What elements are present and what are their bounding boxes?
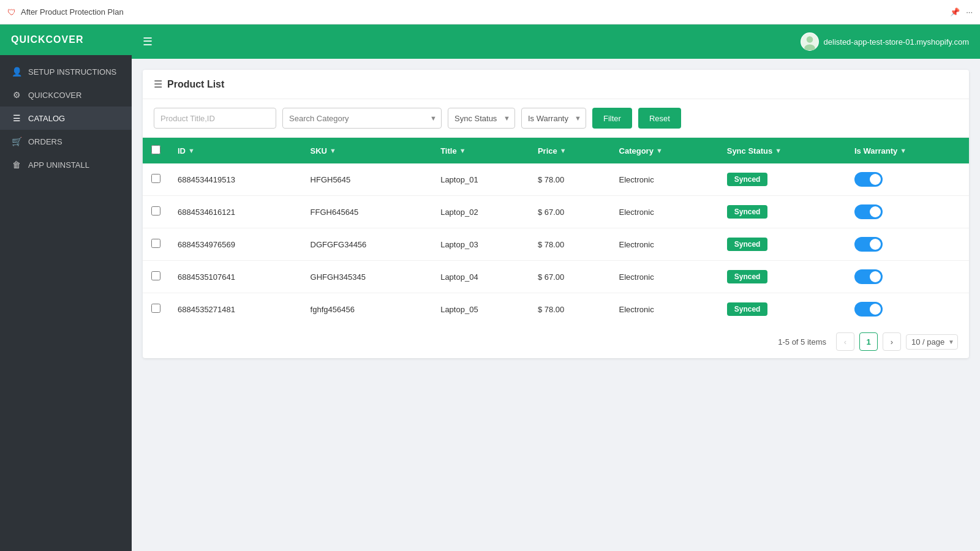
cell-sku: GHFGH345345 <box>302 261 432 293</box>
reset-button[interactable]: Reset <box>638 108 681 129</box>
th-id[interactable]: ID ▼ <box>169 138 302 163</box>
trash-icon: 🗑 <box>11 160 22 170</box>
pin-icon: 📌 <box>950 7 960 17</box>
table-body: 6884534419513 HFGH5645 Laptop_01 $ 78.00… <box>143 163 969 325</box>
warranty-toggle[interactable] <box>854 302 883 317</box>
prev-page-button[interactable]: ‹ <box>836 332 854 351</box>
cell-sync-status: Synced <box>718 293 846 326</box>
cell-category: Electronic <box>611 196 718 228</box>
sidebar-brand: QUICKCOVER <box>0 24 132 55</box>
cell-sku: DGFGFG34456 <box>302 228 432 261</box>
hamburger-icon[interactable]: ☰ <box>143 35 153 48</box>
toggle-slider <box>854 269 883 284</box>
cell-title: Laptop_04 <box>432 261 529 293</box>
select-all-checkbox[interactable] <box>151 145 160 154</box>
product-table: ID ▼ SKU ▼ <box>143 138 969 325</box>
gear-icon: ⚙ <box>11 90 22 100</box>
table-row: 6884534419513 HFGH5645 Laptop_01 $ 78.00… <box>143 163 969 196</box>
filter-bar: ▼ Sync Status Synced Not Synced ▼ Is War… <box>143 99 969 138</box>
warranty-toggle[interactable] <box>854 269 883 284</box>
table-header-row: ID ▼ SKU ▼ <box>143 138 969 163</box>
cell-category: Electronic <box>611 293 718 326</box>
warranty-toggle[interactable] <box>854 237 883 252</box>
sync-status-select[interactable]: Sync Status Synced Not Synced <box>448 108 515 129</box>
sidebar-item-orders[interactable]: 🛒 ORDERS <box>0 130 132 153</box>
cell-id: 6884535271481 <box>169 293 302 326</box>
toggle-slider <box>854 204 883 219</box>
cell-sync-status: Synced <box>718 261 846 293</box>
synced-badge: Synced <box>727 205 768 219</box>
sort-icon: ▼ <box>330 147 336 154</box>
svg-point-1 <box>806 36 813 43</box>
warranty-toggle[interactable] <box>854 172 883 187</box>
row-checkbox[interactable] <box>151 304 160 313</box>
page-title: Product List <box>167 79 224 90</box>
sidebar-item-quickcover[interactable]: ⚙ QUICKCOVER <box>0 83 132 107</box>
row-checkbox-cell <box>143 163 169 196</box>
row-checkbox-cell <box>143 261 169 293</box>
next-page-button[interactable]: › <box>883 332 901 351</box>
page-1-button[interactable]: 1 <box>859 332 878 351</box>
top-bar: 🛡 After Product Protection Plan 📌 ··· <box>0 0 980 24</box>
cell-title: Laptop_03 <box>432 228 529 261</box>
cell-price: $ 78.00 <box>529 293 611 326</box>
warranty-toggle[interactable] <box>854 204 883 219</box>
main-area: ☰ delisted-app-test-store-01.myshopify.c… <box>132 24 980 551</box>
cell-category: Electronic <box>611 261 718 293</box>
panel-list-icon: ☰ <box>154 78 162 90</box>
cell-is-warranty <box>846 293 969 326</box>
cart-icon: 🛒 <box>11 137 22 146</box>
cell-price: $ 67.00 <box>529 261 611 293</box>
app-layout: QUICKCOVER 👤 SETUP INSTRUCTIONS ⚙ QUICKC… <box>0 24 980 551</box>
th-sync-status[interactable]: Sync Status ▼ <box>718 138 846 163</box>
sort-icon: ▼ <box>656 147 663 154</box>
th-price[interactable]: Price ▼ <box>529 138 611 163</box>
sidebar-nav: 👤 SETUP INSTRUCTIONS ⚙ QUICKCOVER ☰ CATA… <box>0 55 132 176</box>
row-checkbox[interactable] <box>151 174 160 183</box>
list-icon: ☰ <box>11 113 22 123</box>
product-list-panel: ☰ Product List ▼ Sync Status Synced <box>143 70 969 358</box>
pagination-info: 1-5 of 5 items <box>778 337 826 347</box>
cell-price: $ 67.00 <box>529 196 611 228</box>
user-store: delisted-app-test-store-01.myshopify.com <box>824 37 969 47</box>
sync-status-wrapper: Sync Status Synced Not Synced ▼ <box>448 108 515 129</box>
user-info: delisted-app-test-store-01.myshopify.com <box>801 32 969 51</box>
cell-category: Electronic <box>611 228 718 261</box>
row-checkbox[interactable] <box>151 271 160 280</box>
select-all-th <box>143 138 169 163</box>
pagination-bar: 1-5 of 5 items ‹ 1 › 10 / page 20 / page… <box>143 325 969 358</box>
row-checkbox[interactable] <box>151 206 160 216</box>
warranty-select[interactable]: Is Warranty Yes No <box>521 108 586 129</box>
table-row: 6884534616121 FFGH645645 Laptop_02 $ 67.… <box>143 196 969 228</box>
top-bar-left: 🛡 After Product Protection Plan <box>7 7 124 17</box>
sidebar-item-label: SETUP INSTRUCTIONS <box>28 67 116 77</box>
sidebar-item-app-uninstall[interactable]: 🗑 APP UNINSTALL <box>0 153 132 176</box>
sort-icon: ▼ <box>560 147 567 154</box>
cell-sync-status: Synced <box>718 228 846 261</box>
product-title-id-input[interactable] <box>154 108 276 129</box>
search-category-input[interactable] <box>282 108 442 129</box>
shield-icon: 🛡 <box>7 7 16 17</box>
sort-icon: ▼ <box>775 147 782 154</box>
sort-icon: ▼ <box>188 147 195 154</box>
th-category[interactable]: Category ▼ <box>611 138 718 163</box>
row-checkbox[interactable] <box>151 239 160 248</box>
filter-button[interactable]: Filter <box>592 108 632 129</box>
dots-icon: ··· <box>966 7 973 17</box>
sidebar-item-setup-instructions[interactable]: 👤 SETUP INSTRUCTIONS <box>0 60 132 83</box>
cell-is-warranty <box>846 228 969 261</box>
content-area: ☰ Product List ▼ Sync Status Synced <box>132 59 980 551</box>
toggle-slider <box>854 172 883 187</box>
sidebar-item-catalog[interactable]: ☰ CATALOG <box>0 107 132 130</box>
sidebar-item-label: APP UNINSTALL <box>28 160 89 170</box>
cell-id: 6884535107641 <box>169 261 302 293</box>
cell-is-warranty <box>846 261 969 293</box>
sidebar-item-label: CATALOG <box>28 114 65 123</box>
per-page-select[interactable]: 10 / page 20 / page 50 / page <box>906 334 958 350</box>
th-is-warranty[interactable]: Is Warranty ▼ <box>846 138 969 163</box>
th-sku[interactable]: SKU ▼ <box>302 138 432 163</box>
sidebar-item-label: ORDERS <box>28 137 62 146</box>
th-title[interactable]: Title ▼ <box>432 138 529 163</box>
header-bar: ☰ delisted-app-test-store-01.myshopify.c… <box>132 24 980 59</box>
sort-icon: ▼ <box>459 147 466 154</box>
